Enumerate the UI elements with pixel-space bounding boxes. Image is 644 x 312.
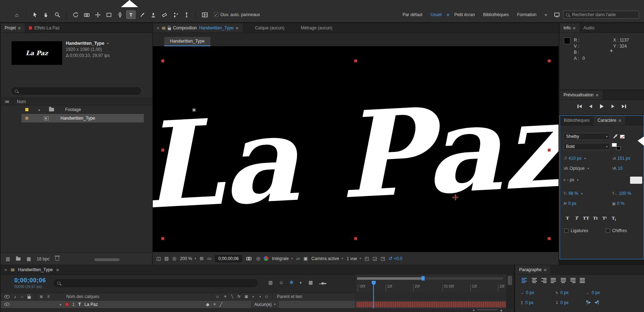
vertical-scale-value[interactable]: 98 % [569, 191, 578, 196]
always-preview-icon[interactable]: ◫ [156, 256, 161, 261]
solo-column-icon[interactable]: ○ [21, 294, 24, 299]
horizontal-scale-value[interactable]: 100 % [619, 191, 631, 196]
puppet-pin-tool-button[interactable] [182, 10, 191, 19]
rotate-tool-button[interactable] [71, 10, 80, 19]
motion-blur-switch-icon[interactable]: ◐ [252, 295, 254, 298]
work-area-end-marker[interactable] [421, 276, 425, 280]
layer-handle[interactable] [354, 59, 357, 62]
timeline-search-input[interactable] [54, 279, 258, 287]
project-search-input[interactable] [11, 87, 141, 95]
project-item-thumbnail[interactable]: La Paz [11, 41, 62, 65]
exposure-control[interactable]: ↺ +0.0 [389, 256, 402, 261]
trash-icon[interactable] [55, 257, 59, 261]
ligatures-checkbox[interactable]: Ligatures [564, 228, 588, 233]
fast-preview-icon[interactable]: ◲ [372, 256, 377, 261]
layer-expand-arrow[interactable]: ▸ [60, 302, 62, 306]
timeline-zoom-slider[interactable] [477, 309, 497, 310]
panel-menu-icon[interactable]: ≡ [573, 25, 576, 31]
project-row-label[interactable]: Footage [65, 107, 81, 112]
panel-menu-icon[interactable]: ≡ [619, 118, 621, 123]
workspace-panels-icon[interactable] [200, 10, 209, 19]
hand-tool-button[interactable] [42, 10, 51, 19]
workspace-usuel[interactable]: Usuel [431, 12, 442, 17]
faux-italic-button[interactable]: T [572, 215, 582, 222]
region-of-interest-icon[interactable]: ▭ [207, 256, 211, 261]
subscript-button[interactable]: T₁ [610, 215, 618, 222]
space-before-value[interactable]: 0 px [525, 300, 533, 305]
font-family-select[interactable]: Shelby ▾ [564, 133, 610, 140]
project-row-footage[interactable]: ▸ Footage ▣ [1, 105, 152, 114]
timeline-scrollbar[interactable] [507, 274, 513, 308]
panel-menu-icon[interactable]: ≡ [56, 267, 59, 273]
layer-handle[interactable] [354, 237, 357, 240]
chevron-down-icon[interactable]: ▾ [587, 167, 589, 170]
tab-effets-la-paz[interactable]: Effets La Paz [25, 23, 64, 33]
leading-value[interactable]: 151 px [618, 156, 630, 161]
brush-tool-button[interactable] [137, 10, 147, 19]
3d-switch-icon[interactable]: ◇ [265, 295, 268, 298]
parent-select[interactable]: Aucun(e) ▾ [251, 301, 279, 308]
workspace-overflow-icon[interactable]: » [545, 12, 547, 17]
align-left-button[interactable] [520, 277, 529, 284]
tab-caractere[interactable]: Caractère ≡ [594, 116, 625, 125]
close-panel-icon[interactable]: × [157, 25, 160, 31]
proportional-spacing-value[interactable]: 0 % [617, 201, 624, 206]
hide-shy-layers-icon[interactable]: ☺ [279, 280, 283, 285]
panel-menu-icon[interactable]: ≡ [18, 25, 21, 31]
justify-last-right-button[interactable] [569, 277, 577, 284]
workspace-monitor-icon[interactable] [552, 10, 561, 19]
layer-handle[interactable] [548, 149, 551, 152]
font-style-select[interactable]: Bold ▾ [564, 143, 610, 150]
playhead-line[interactable] [373, 285, 374, 308]
timeline-tab-label[interactable]: Handwritten_Type [18, 267, 53, 272]
label-chip-tan[interactable] [25, 116, 29, 120]
faux-bold-button[interactable]: T [564, 215, 571, 222]
time-ruler[interactable]: :00f 10f 20f 01:00f 10f 20f [355, 274, 506, 293]
interpret-footage-icon[interactable]: ▥ [6, 256, 10, 261]
eyedropper-icon[interactable] [612, 132, 618, 141]
zoom-in-mountain-icon[interactable]: ▲ [499, 308, 503, 312]
lock-icon[interactable] [168, 28, 171, 30]
channels-icon[interactable]: ◎ [172, 256, 176, 261]
layer-collapse-switch[interactable]: ✳ [213, 303, 216, 306]
label-chip-yellow[interactable] [25, 108, 29, 111]
workspace-formation[interactable]: Formation [517, 12, 536, 17]
help-search-field[interactable] [563, 11, 639, 19]
workspace-petit-ecran[interactable]: Petit écran [454, 12, 475, 17]
layer-visibility-toggle[interactable] [4, 303, 10, 306]
layer-name[interactable]: La Paz [84, 302, 98, 307]
chevron-down-icon[interactable]: ▾ [577, 178, 579, 182]
project-bpc-button[interactable]: 16 bpc [37, 256, 50, 261]
fx-switch-icon[interactable]: fx [238, 295, 240, 298]
composition-network-icon[interactable]: ▣ [192, 108, 196, 112]
layer-quality-slash[interactable]: ╱ [220, 302, 223, 307]
first-frame-button[interactable] [575, 103, 584, 110]
lock-column-icon[interactable] [28, 296, 31, 299]
current-timecode[interactable]: 0;00;00;06 [14, 277, 46, 284]
play-button[interactable] [597, 103, 606, 110]
rectangle-tool-button[interactable] [104, 10, 113, 19]
show-snapshot-icon[interactable]: ◎ [256, 256, 260, 261]
roto-brush-tool-button[interactable] [171, 10, 180, 19]
tab-audio[interactable]: Audio [580, 23, 599, 33]
previous-frame-button[interactable] [586, 103, 595, 110]
indent-first-line-value[interactable]: 0 px [560, 290, 569, 295]
label-column-icon[interactable] [5, 100, 9, 103]
comp-mini-flowchart-icon[interactable]: ▥ [268, 280, 273, 285]
project-row-handwritten-type[interactable]: Handwritten_Type [1, 114, 152, 123]
workspace-par-defaut[interactable]: Par défaut [402, 12, 422, 17]
playhead-handle[interactable] [372, 281, 376, 285]
panel-menu-icon[interactable]: ≡ [236, 25, 239, 31]
audio-column-icon[interactable]: ♪ [14, 294, 16, 299]
viewer-tab-handwritten-type[interactable]: Handwritten_Type [164, 37, 210, 46]
workspace-bibliotheques[interactable]: Bibliothèques [483, 12, 509, 17]
layer-handle[interactable] [548, 237, 551, 240]
text-direction-ltr-icon[interactable]: ¶▸ [586, 299, 591, 305]
align-center-button[interactable] [530, 277, 538, 284]
composition-tab-name[interactable]: Handwritten_Type [199, 25, 234, 30]
tsume-value[interactable]: - px [567, 177, 574, 182]
next-frame-button[interactable] [609, 103, 617, 110]
pan-behind-tool-button[interactable] [93, 10, 102, 19]
close-panel-icon[interactable]: × [4, 267, 7, 273]
project-row-label[interactable]: Handwritten_Type [60, 116, 95, 121]
